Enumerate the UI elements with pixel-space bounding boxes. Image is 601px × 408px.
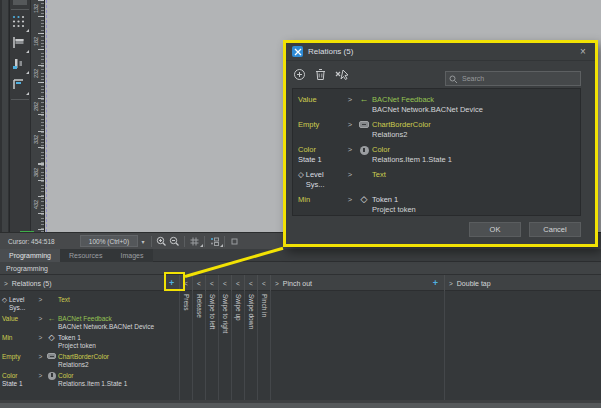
app-window: 132182232282332382432482 Cursor: 454:518… bbox=[0, 0, 601, 408]
screen-rect-icon bbox=[359, 121, 369, 128]
snap-icon[interactable] bbox=[208, 235, 221, 248]
add-relation-icon[interactable] bbox=[292, 67, 307, 82]
double-tap-section-header[interactable]: > Double tap bbox=[445, 275, 601, 291]
relation-type-icon bbox=[356, 145, 372, 157]
collapsed-column-header-swipe-up[interactable]: < bbox=[232, 275, 245, 291]
tab-resources[interactable]: Resources bbox=[60, 249, 111, 262]
relation-item-empty[interactable]: Empty>ChartBorderColorRelations2 bbox=[0, 351, 179, 370]
expand-chevron-icon[interactable]: > bbox=[449, 280, 453, 287]
dialog-titlebar: Relations (5) × bbox=[286, 43, 595, 61]
relation-left-text: LevelSys... bbox=[306, 170, 325, 189]
pinch-out-section-header[interactable]: > Pinch out + bbox=[271, 275, 445, 291]
collapsed-column-body-release[interactable]: Release bbox=[193, 291, 206, 400]
tool-flyout-arrow[interactable] bbox=[26, 92, 29, 95]
tab-programming[interactable]: Programming bbox=[0, 249, 60, 262]
cancel-button[interactable]: Cancel bbox=[529, 222, 581, 237]
deselect-icon[interactable] bbox=[334, 67, 349, 82]
ruler-label: 132 bbox=[32, 0, 40, 16]
collapsed-column-body-press[interactable]: Press bbox=[180, 291, 193, 400]
relation-target-text: ChartBorderColorRelations2 bbox=[372, 120, 575, 139]
collapsed-column-body-swipe-to-left[interactable]: Swipe to left bbox=[206, 291, 219, 400]
collapsed-column-body-swipe-up[interactable]: Swipe up bbox=[232, 291, 245, 400]
collapsed-column-header-release[interactable]: < bbox=[193, 275, 206, 291]
collapsed-column-body-swipe-down[interactable]: Swipe down bbox=[245, 291, 258, 400]
collapsed-column-body-pinch-in[interactable]: Pinch in bbox=[258, 291, 271, 400]
object-flag-icon[interactable] bbox=[12, 36, 29, 53]
relation-left-label: Value bbox=[2, 315, 36, 323]
relation-left-text: Min bbox=[2, 334, 12, 342]
relation-left-label: ColorState 1 bbox=[298, 145, 344, 164]
horizontal-scrollbar[interactable] bbox=[0, 400, 601, 408]
column-label: Pinch in bbox=[260, 294, 269, 317]
ruler-label: 432 bbox=[32, 196, 40, 212]
collapse-chevron-icon[interactable]: < bbox=[262, 280, 266, 287]
relation-type-icon: ← bbox=[356, 95, 372, 105]
collapse-chevron-icon[interactable]: < bbox=[210, 280, 214, 287]
collapsed-column-header-pinch-in[interactable]: < bbox=[258, 275, 271, 291]
collapsed-column-header-swipe-down[interactable]: < bbox=[245, 275, 258, 291]
screen-rect-icon bbox=[47, 353, 56, 359]
grid-icon[interactable] bbox=[188, 235, 201, 248]
zoom-out-icon[interactable] bbox=[168, 235, 181, 248]
relation-item-color[interactable]: ColorState 1>ColorRelations.Item 1.State… bbox=[295, 142, 578, 167]
close-icon[interactable]: × bbox=[577, 47, 589, 57]
align-bars-icon[interactable] bbox=[12, 57, 29, 74]
relation-left-label: Empty bbox=[2, 353, 36, 361]
column-label: Swipe down bbox=[247, 294, 256, 329]
collapse-chevron-icon[interactable]: < bbox=[249, 280, 253, 287]
tool-flyout-arrow[interactable] bbox=[26, 71, 29, 74]
delete-relation-icon[interactable] bbox=[313, 67, 328, 82]
ruler-label: 282 bbox=[32, 98, 40, 114]
relation-item-level[interactable]: ◇LevelSys...>Text bbox=[295, 167, 578, 192]
collapsed-column-body-swipe-to-right[interactable]: Swipe to right bbox=[219, 291, 232, 400]
column-label: Press bbox=[182, 294, 191, 311]
relation-left-label: Min bbox=[2, 334, 36, 342]
relation-item-empty[interactable]: Empty>ChartBorderColorRelations2 bbox=[295, 117, 578, 142]
expand-chevron-icon[interactable]: > bbox=[275, 280, 279, 287]
double-tap-label: Double tap bbox=[457, 280, 491, 287]
search-icon bbox=[449, 70, 458, 88]
grid-dropdown-arrow[interactable] bbox=[200, 244, 203, 247]
column-label: Release bbox=[195, 294, 204, 318]
diamond-icon: ◇ bbox=[298, 170, 304, 180]
collapsed-column-header-swipe-to-left[interactable]: < bbox=[206, 275, 219, 291]
tool-flyout-arrow[interactable] bbox=[26, 50, 29, 53]
relation-type-icon bbox=[356, 120, 372, 130]
search-input[interactable] bbox=[445, 71, 581, 86]
misc-icon[interactable] bbox=[228, 235, 241, 248]
collapse-chevron-icon[interactable]: < bbox=[223, 280, 227, 287]
double-tap-body[interactable] bbox=[445, 291, 601, 400]
zoom-in-icon[interactable] bbox=[155, 235, 168, 248]
relations-section-header[interactable]: > Relations (5) + bbox=[0, 275, 180, 291]
tool-flyout-arrow[interactable] bbox=[26, 29, 29, 32]
tab-images[interactable]: Images bbox=[111, 249, 152, 262]
relation-item-value[interactable]: Value>←BACNet FeedbackBACNet Network.BAC… bbox=[0, 313, 179, 332]
relation-item-min[interactable]: Min>◇Token 1Project token bbox=[295, 192, 578, 216]
ok-button[interactable]: OK bbox=[469, 222, 521, 237]
relation-target-text: ColorRelations.Item 1.State 1 bbox=[372, 145, 575, 164]
relation-left-text: ColorState 1 bbox=[2, 372, 23, 388]
scrollbar-thumb[interactable] bbox=[0, 403, 601, 408]
zoom-level-box[interactable]: 100% (Ctrl+0) bbox=[80, 235, 138, 247]
expand-chevron-icon[interactable]: > bbox=[4, 280, 8, 287]
select-dots-grid-icon[interactable] bbox=[12, 15, 29, 32]
collapse-chevron-icon[interactable]: < bbox=[236, 280, 240, 287]
pinch-out-body[interactable] bbox=[271, 291, 445, 400]
relation-item-level[interactable]: ◇LevelSys...>Text bbox=[0, 294, 179, 313]
arrange-corner-icon[interactable] bbox=[12, 78, 29, 95]
collapsed-column-header-swipe-to-right[interactable]: < bbox=[219, 275, 232, 291]
relation-item-color[interactable]: ColorState 1>ColorRelations.Item 1.State… bbox=[0, 370, 179, 389]
relations-section-label: Relations (5) bbox=[12, 280, 52, 287]
add-pinch-out-button[interactable]: + bbox=[433, 279, 438, 288]
statusbar-separator bbox=[184, 236, 185, 247]
ruler-label: 332 bbox=[32, 131, 40, 147]
relation-item-min[interactable]: Min>◇Token 1Project token bbox=[0, 332, 179, 351]
collapse-chevron-icon[interactable]: < bbox=[197, 280, 201, 287]
zoom-dropdown-icon[interactable]: ▾ bbox=[138, 238, 148, 245]
partial-tool-icon[interactable] bbox=[13, 0, 27, 5]
relation-left-label: Value bbox=[298, 95, 344, 105]
snap-dropdown-arrow[interactable] bbox=[220, 244, 223, 247]
relation-item-value[interactable]: Value>←BACNet FeedbackBACNet Network.BAC… bbox=[295, 92, 578, 117]
left-edge-inner bbox=[2, 0, 8, 232]
left-edge-strip bbox=[0, 0, 10, 232]
